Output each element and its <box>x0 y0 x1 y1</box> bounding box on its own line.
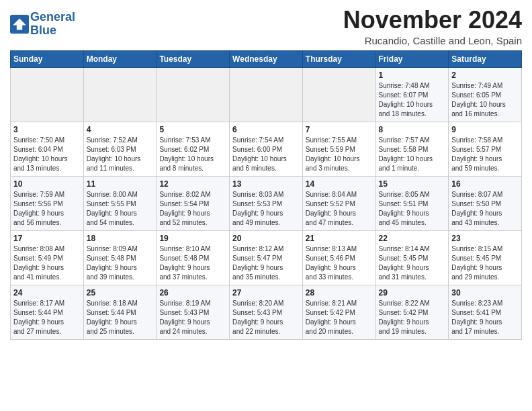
title-block: November 2024 Rucandio, Castille and Leo… <box>343 7 522 46</box>
day-number: 25 <box>87 288 154 298</box>
day-number: 9 <box>451 125 519 134</box>
day-info: Sunrise: 8:15 AM Sunset: 5:45 PM Dayligh… <box>451 244 519 282</box>
calendar-week-3: 10Sunrise: 7:59 AM Sunset: 5:56 PM Dayli… <box>11 176 522 230</box>
day-info: Sunrise: 8:08 AM Sunset: 5:49 PM Dayligh… <box>13 244 81 282</box>
calendar-cell: 10Sunrise: 7:59 AM Sunset: 5:56 PM Dayli… <box>11 176 84 230</box>
day-info: Sunrise: 8:14 AM Sunset: 5:45 PM Dayligh… <box>379 244 446 282</box>
calendar-cell: 22Sunrise: 8:14 AM Sunset: 5:45 PM Dayli… <box>375 230 449 285</box>
day-number: 10 <box>13 179 81 189</box>
calendar-cell: 7Sunrise: 7:55 AM Sunset: 5:59 PM Daylig… <box>302 122 375 176</box>
header-cell-wednesday: Wednesday <box>230 50 303 67</box>
calendar-cell: 11Sunrise: 8:00 AM Sunset: 5:55 PM Dayli… <box>83 176 157 230</box>
day-number: 26 <box>159 288 226 298</box>
calendar-week-5: 24Sunrise: 8:17 AM Sunset: 5:44 PM Dayli… <box>11 285 522 339</box>
day-number: 19 <box>159 234 226 243</box>
day-number: 14 <box>306 179 373 189</box>
calendar-cell: 9Sunrise: 7:58 AM Sunset: 5:57 PM Daylig… <box>449 122 522 176</box>
calendar-week-2: 3Sunrise: 7:50 AM Sunset: 6:04 PM Daylig… <box>11 122 522 176</box>
day-info: Sunrise: 8:21 AM Sunset: 5:42 PM Dayligh… <box>306 299 373 336</box>
day-info: Sunrise: 8:02 AM Sunset: 5:54 PM Dayligh… <box>159 190 226 228</box>
day-number: 6 <box>232 125 300 134</box>
day-number: 8 <box>379 125 446 134</box>
logo-text: General Blue <box>30 11 75 38</box>
day-number: 24 <box>13 288 81 298</box>
day-info: Sunrise: 7:58 AM Sunset: 5:57 PM Dayligh… <box>451 136 519 173</box>
calendar-cell <box>302 67 375 122</box>
day-number: 21 <box>306 234 373 243</box>
day-info: Sunrise: 8:12 AM Sunset: 5:47 PM Dayligh… <box>232 244 300 282</box>
calendar-cell <box>83 67 157 122</box>
logo-line2: Blue <box>30 24 75 38</box>
header-cell-thursday: Thursday <box>302 50 375 67</box>
calendar-cell: 23Sunrise: 8:15 AM Sunset: 5:45 PM Dayli… <box>449 230 522 285</box>
header-cell-friday: Friday <box>375 50 449 67</box>
calendar-cell: 21Sunrise: 8:13 AM Sunset: 5:46 PM Dayli… <box>302 230 375 285</box>
day-info: Sunrise: 8:05 AM Sunset: 5:51 PM Dayligh… <box>379 190 446 228</box>
day-info: Sunrise: 8:09 AM Sunset: 5:48 PM Dayligh… <box>87 244 154 282</box>
day-info: Sunrise: 8:17 AM Sunset: 5:44 PM Dayligh… <box>13 299 81 336</box>
logo: General Blue <box>10 11 75 38</box>
day-info: Sunrise: 7:49 AM Sunset: 6:05 PM Dayligh… <box>451 81 519 119</box>
day-number: 28 <box>306 288 373 298</box>
day-info: Sunrise: 8:18 AM Sunset: 5:44 PM Dayligh… <box>87 299 154 336</box>
day-info: Sunrise: 8:07 AM Sunset: 5:50 PM Dayligh… <box>451 190 519 228</box>
page-header: General Blue November 2024 Rucandio, Cas… <box>10 7 522 46</box>
day-number: 16 <box>451 179 519 189</box>
day-number: 20 <box>232 234 300 243</box>
calendar-cell: 14Sunrise: 8:04 AM Sunset: 5:52 PM Dayli… <box>302 176 375 230</box>
day-info: Sunrise: 7:50 AM Sunset: 6:04 PM Dayligh… <box>13 136 81 173</box>
day-number: 13 <box>232 179 300 189</box>
day-info: Sunrise: 8:19 AM Sunset: 5:43 PM Dayligh… <box>159 299 226 336</box>
calendar-cell: 4Sunrise: 7:52 AM Sunset: 6:03 PM Daylig… <box>83 122 157 176</box>
day-info: Sunrise: 8:22 AM Sunset: 5:42 PM Dayligh… <box>379 299 446 336</box>
header-cell-tuesday: Tuesday <box>157 50 230 67</box>
calendar-cell: 18Sunrise: 8:09 AM Sunset: 5:48 PM Dayli… <box>83 230 157 285</box>
logo-icon <box>10 15 29 34</box>
day-info: Sunrise: 8:03 AM Sunset: 5:53 PM Dayligh… <box>232 190 300 228</box>
calendar-body: 1Sunrise: 7:48 AM Sunset: 6:07 PM Daylig… <box>11 67 522 339</box>
calendar-cell <box>157 67 230 122</box>
day-number: 18 <box>87 234 154 243</box>
day-info: Sunrise: 8:20 AM Sunset: 5:43 PM Dayligh… <box>232 299 300 336</box>
day-number: 5 <box>159 125 226 134</box>
calendar-cell: 15Sunrise: 8:05 AM Sunset: 5:51 PM Dayli… <box>375 176 449 230</box>
calendar-cell: 30Sunrise: 8:23 AM Sunset: 5:41 PM Dayli… <box>449 285 522 339</box>
calendar-header-row: SundayMondayTuesdayWednesdayThursdayFrid… <box>11 50 522 67</box>
day-info: Sunrise: 8:00 AM Sunset: 5:55 PM Dayligh… <box>87 190 154 228</box>
day-info: Sunrise: 8:04 AM Sunset: 5:52 PM Dayligh… <box>306 190 373 228</box>
day-number: 2 <box>451 71 519 80</box>
calendar-cell: 5Sunrise: 7:53 AM Sunset: 6:02 PM Daylig… <box>157 122 230 176</box>
calendar-cell: 6Sunrise: 7:54 AM Sunset: 6:00 PM Daylig… <box>230 122 303 176</box>
day-info: Sunrise: 7:48 AM Sunset: 6:07 PM Dayligh… <box>379 81 446 119</box>
calendar-cell: 17Sunrise: 8:08 AM Sunset: 5:49 PM Dayli… <box>11 230 84 285</box>
calendar-week-1: 1Sunrise: 7:48 AM Sunset: 6:07 PM Daylig… <box>11 67 522 122</box>
day-number: 4 <box>87 125 154 134</box>
day-number: 7 <box>306 125 373 134</box>
day-info: Sunrise: 8:13 AM Sunset: 5:46 PM Dayligh… <box>306 244 373 282</box>
day-number: 12 <box>159 179 226 189</box>
calendar-cell: 16Sunrise: 8:07 AM Sunset: 5:50 PM Dayli… <box>449 176 522 230</box>
day-number: 3 <box>13 125 81 134</box>
day-number: 29 <box>379 288 446 298</box>
header-cell-monday: Monday <box>83 50 157 67</box>
day-info: Sunrise: 8:23 AM Sunset: 5:41 PM Dayligh… <box>451 299 519 336</box>
calendar-table: SundayMondayTuesdayWednesdayThursdayFrid… <box>10 50 522 340</box>
location-title: Rucandio, Castille and Leon, Spain <box>343 35 522 46</box>
day-number: 30 <box>451 288 519 298</box>
day-info: Sunrise: 7:55 AM Sunset: 5:59 PM Dayligh… <box>306 136 373 173</box>
day-number: 1 <box>379 71 446 80</box>
calendar-cell: 29Sunrise: 8:22 AM Sunset: 5:42 PM Dayli… <box>375 285 449 339</box>
calendar-cell: 24Sunrise: 8:17 AM Sunset: 5:44 PM Dayli… <box>11 285 84 339</box>
calendar-cell: 27Sunrise: 8:20 AM Sunset: 5:43 PM Dayli… <box>230 285 303 339</box>
day-number: 15 <box>379 179 446 189</box>
day-info: Sunrise: 7:57 AM Sunset: 5:58 PM Dayligh… <box>379 136 446 173</box>
day-info: Sunrise: 8:10 AM Sunset: 5:48 PM Dayligh… <box>159 244 226 282</box>
calendar-cell <box>11 67 84 122</box>
day-number: 17 <box>13 234 81 243</box>
calendar-cell: 2Sunrise: 7:49 AM Sunset: 6:05 PM Daylig… <box>449 67 522 122</box>
day-info: Sunrise: 7:53 AM Sunset: 6:02 PM Dayligh… <box>159 136 226 173</box>
calendar-cell: 28Sunrise: 8:21 AM Sunset: 5:42 PM Dayli… <box>302 285 375 339</box>
day-info: Sunrise: 7:59 AM Sunset: 5:56 PM Dayligh… <box>13 190 81 228</box>
calendar-cell: 19Sunrise: 8:10 AM Sunset: 5:48 PM Dayli… <box>157 230 230 285</box>
calendar-cell: 1Sunrise: 7:48 AM Sunset: 6:07 PM Daylig… <box>375 67 449 122</box>
